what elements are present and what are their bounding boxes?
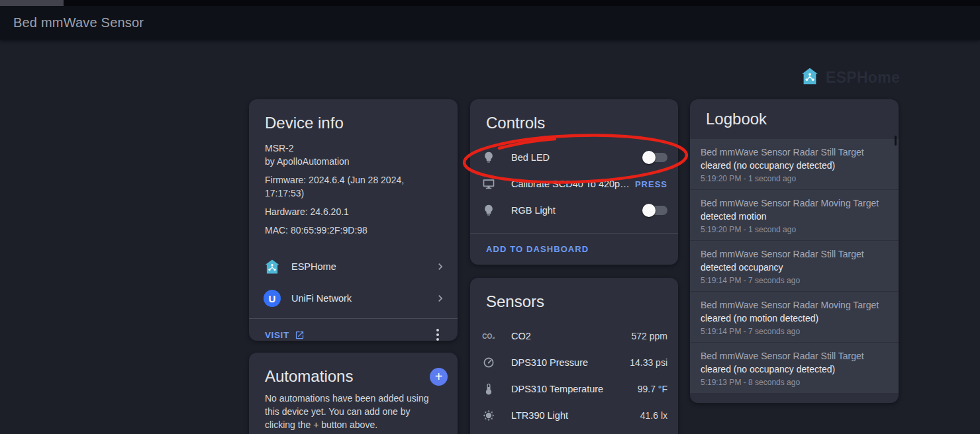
lightbulb-icon — [481, 151, 497, 164]
lightbulb-icon — [481, 204, 497, 217]
sensor-row-light[interactable]: LTR390 Light 41.6 lx — [470, 402, 678, 429]
device-firmware: Firmware: 2024.6.4 (Jun 28 2024, 17:17:5… — [265, 173, 442, 200]
control-label-calibrate: Calibrate SCD40 To 420p… — [511, 179, 630, 189]
logbook-entry[interactable]: Bed mmWave Sensor Radar Still Target cle… — [690, 139, 899, 189]
logbook-time: 5:19:20 PM - 1 second ago — [701, 225, 888, 234]
co2-icon: CO₂ — [481, 333, 497, 340]
link-label-unifi: UniFi Network — [291, 293, 434, 304]
logbook-entity: Bed mmWave Sensor Radar Still Target — [701, 351, 864, 361]
device-info-card: Device info MSR-2 by ApolloAutomation Fi… — [249, 99, 458, 341]
control-label-bed-led: Bed LED — [511, 152, 550, 163]
esphome-brand: ESPHome — [800, 66, 900, 89]
add-to-dashboard-button[interactable]: ADD TO DASHBOARD — [470, 234, 678, 265]
automations-title: Automations — [265, 367, 430, 386]
device-card-footer: VISIT — [249, 319, 458, 341]
calibrate-icon — [481, 177, 497, 191]
sensor-label: CO2 — [511, 331, 632, 341]
logbook-entry[interactable]: Bed mmWave Sensor Radar Moving Target cl… — [690, 292, 899, 342]
sensor-value: 572 ppm — [632, 331, 667, 341]
visit-label: VISIT — [265, 330, 289, 340]
esphome-logo-icon — [800, 66, 820, 89]
device-model: MSR-2 — [265, 142, 442, 155]
sensor-row-co2[interactable]: CO₂ CO2 572 ppm — [470, 323, 678, 349]
automations-empty-text: No automations have been added using thi… — [249, 386, 458, 431]
logbook-scrollbar[interactable] — [895, 136, 897, 146]
device-mac: MAC: 80:65:99:2F:9D:98 — [265, 224, 442, 237]
logbook-entity: Bed mmWave Sensor Radar Still Target — [701, 249, 864, 259]
browser-edge-strip — [0, 0, 980, 6]
sensor-row-pressure[interactable]: DPS310 Pressure 14.33 psi — [470, 349, 678, 376]
app-header: Bed mmWave Sensor — [0, 6, 980, 40]
toggle-knob — [642, 204, 656, 217]
unifi-icon: U — [264, 290, 281, 307]
device-info-details: MSR-2 by ApolloAutomation Firmware: 2024… — [249, 132, 458, 237]
logbook-time: 5:19:20 PM - 1 second ago — [701, 174, 888, 183]
esphome-icon — [264, 258, 281, 275]
sensors-rows: CO₂ CO2 572 ppm DPS310 Pressure 14.33 ps… — [470, 323, 678, 429]
device-hardware: Hardware: 24.6.20.1 — [265, 205, 442, 218]
sensor-row-temperature[interactable]: DPS310 Temperature 99.7 °F — [470, 376, 678, 402]
esphome-brand-text: ESPHome — [826, 69, 900, 87]
logbook-entry[interactable]: Bed mmWave Sensor Radar Moving Target de… — [690, 190, 899, 240]
controls-rows: Bed LED Calibrate SCD40 To 420p… PRESS R… — [470, 144, 678, 224]
logbook-action: detected motion — [701, 211, 767, 222]
link-row-unifi-network[interactable]: U UniFi Network — [249, 282, 458, 314]
chevron-right-icon — [434, 292, 447, 305]
logbook-action: detected occupancy — [701, 262, 783, 273]
bed-led-toggle[interactable] — [642, 151, 667, 164]
sensor-value: 41.6 lx — [640, 410, 667, 421]
link-row-esphome[interactable]: ESPHome — [249, 251, 458, 282]
device-info-title: Device info — [249, 99, 458, 132]
logbook-entity: Bed mmWave Sensor Radar Moving Target — [701, 198, 879, 208]
page-title: Bed mmWave Sensor — [13, 15, 144, 30]
chevron-right-icon — [434, 260, 447, 273]
logbook-entity: Bed mmWave Sensor Radar Still Target — [701, 147, 864, 157]
device-manufacturer: by ApolloAutomation — [265, 155, 442, 168]
logbook-action: cleared (no occupancy detected) — [701, 160, 835, 171]
logbook-entry[interactable]: Bed mmWave Sensor Radar Still Target det… — [690, 241, 899, 291]
logbook-time: 5:19:13 PM - 8 seconds ago — [701, 378, 888, 387]
thermometer-icon — [481, 382, 497, 396]
press-button[interactable]: PRESS — [635, 179, 667, 189]
controls-title: Controls — [470, 99, 678, 132]
sensors-card: Sensors CO₂ CO2 572 ppm DPS310 Pressure … — [470, 278, 678, 434]
browser-tab-fragment — [0, 0, 64, 6]
logbook-title: Logbook — [690, 99, 899, 128]
control-row-bed-led: Bed LED — [470, 144, 678, 171]
sensor-label: DPS310 Pressure — [511, 357, 630, 368]
toggle-knob — [642, 151, 656, 164]
controls-card: Controls Bed LED Calibrate SCD40 To 420p… — [470, 99, 678, 265]
logbook-time: 5:19:14 PM - 7 seconds ago — [701, 327, 888, 336]
sensor-label: DPS310 Temperature — [511, 384, 638, 394]
link-label-esphome: ESPHome — [291, 261, 434, 272]
automations-card: Automations + No automations have been a… — [249, 353, 458, 434]
logbook-entry[interactable]: Bed mmWave Sensor Radar Still Target cle… — [690, 343, 899, 393]
logbook-entity: Bed mmWave Sensor Radar Moving Target — [701, 300, 879, 310]
automations-header: Automations + — [249, 353, 458, 386]
sensors-title: Sensors — [470, 278, 678, 311]
kebab-menu-icon[interactable] — [430, 329, 446, 341]
control-label-rgb-light: RGB Light — [511, 205, 556, 216]
sensor-label: LTR390 Light — [511, 410, 640, 421]
control-row-rgb-light: RGB Light — [470, 197, 678, 224]
logbook-action: cleared (no motion detected) — [701, 313, 818, 324]
logbook-card: Logbook Bed mmWave Sensor Radar Still Ta… — [690, 99, 899, 403]
brightness-icon — [481, 409, 497, 422]
add-automation-button[interactable]: + — [430, 368, 448, 386]
visit-button[interactable]: VISIT — [265, 330, 305, 340]
device-related-links: ESPHome U UniFi Network — [249, 251, 458, 314]
logbook-time: 5:19:14 PM - 7 seconds ago — [701, 276, 888, 285]
logbook-entries: Bed mmWave Sensor Radar Still Target cle… — [690, 139, 899, 393]
open-in-new-icon — [295, 330, 305, 340]
gauge-icon — [481, 356, 497, 369]
sensor-value: 14.33 psi — [630, 357, 667, 368]
logbook-action: cleared (no occupancy detected) — [701, 364, 835, 374]
rgb-light-toggle[interactable] — [642, 204, 667, 217]
sensor-value: 99.7 °F — [638, 384, 667, 394]
control-row-calibrate: Calibrate SCD40 To 420p… PRESS — [470, 171, 678, 197]
